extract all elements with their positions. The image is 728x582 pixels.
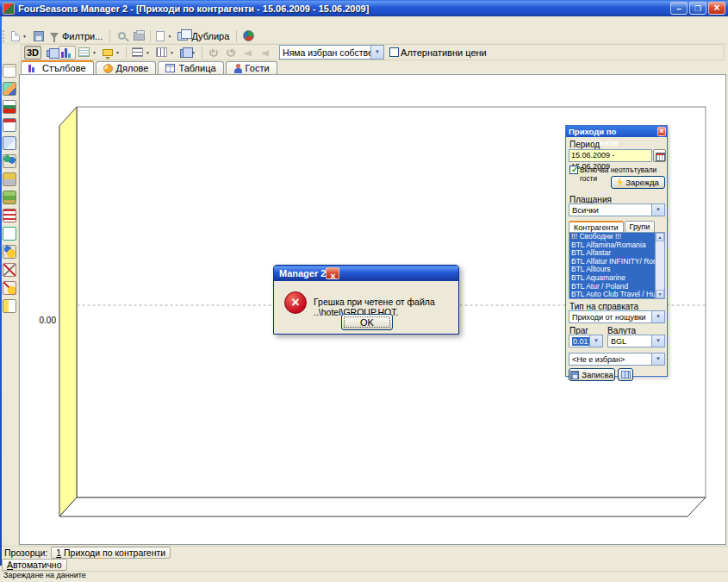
toolbar-separator — [109, 30, 110, 42]
close-button[interactable] — [708, 2, 725, 15]
calendar-button[interactable] — [653, 149, 666, 162]
tab-groups[interactable]: Групи — [625, 221, 656, 232]
printer-icon — [134, 32, 145, 41]
windows-label: Прозорци: — [0, 548, 51, 558]
depth-button[interactable] — [177, 46, 199, 59]
print-preview-button[interactable] — [113, 29, 130, 43]
filters-label: Филтри... — [60, 31, 104, 41]
cash-desk-icon[interactable] — [3, 172, 16, 186]
accounts-icon[interactable] — [3, 209, 16, 222]
payments-combobox[interactable]: Всички — [569, 203, 665, 216]
currency-combobox[interactable]: BGL — [607, 335, 665, 347]
list-scrollbar[interactable] — [655, 233, 664, 298]
payments-value: Всички — [569, 205, 651, 215]
chart-button[interactable] — [240, 29, 257, 43]
chart-floor — [59, 498, 706, 516]
horizontal-gridlines-icon — [132, 47, 143, 57]
layout-button[interactable] — [618, 368, 633, 381]
labels-button[interactable] — [100, 46, 123, 59]
load-button-label: Зарежда — [625, 178, 659, 187]
cut-icon[interactable] — [3, 263, 16, 277]
image-export-icon[interactable] — [3, 82, 16, 96]
tab-dyalove[interactable]: Дялове — [96, 61, 157, 74]
guest-tab-icon — [233, 64, 242, 73]
dialog-title-bar[interactable]: Manager 2 — [274, 266, 458, 281]
chart-left-wall — [59, 107, 77, 516]
new-document-icon — [11, 31, 20, 41]
list-item[interactable]: BTL Auto Club Travel / Hunga — [569, 291, 655, 298]
tab-stalbove[interactable]: Стълбове — [21, 60, 94, 74]
calendar-icon[interactable] — [3, 118, 16, 132]
banknotes-icon[interactable] — [3, 191, 16, 204]
vertical-grid-button[interactable] — [153, 46, 177, 59]
dialog-close-icon[interactable] — [326, 267, 339, 279]
rotate-ccw-icon — [209, 48, 218, 57]
include-guests-checkbox[interactable] — [569, 166, 578, 174]
report-type-combobox[interactable]: Приходи от нощувки — [569, 310, 665, 323]
contragents-listbox[interactable]: !!! Свободни !!! BTL Alfamina/Romania BT… — [569, 232, 665, 299]
currency-value: BGL — [608, 337, 651, 346]
3d-toggle-button[interactable]: 3D — [24, 46, 41, 59]
3d-label: 3D — [27, 47, 39, 58]
tab-label: Стълбове — [42, 63, 86, 73]
dollar-icon[interactable] — [3, 227, 16, 241]
minimize-button[interactable] — [670, 2, 688, 15]
rotate-left-button[interactable] — [205, 46, 222, 59]
save-button[interactable] — [30, 29, 47, 43]
panel-close-icon[interactable] — [657, 127, 666, 136]
cube-icon — [180, 49, 189, 58]
export-page-icon — [156, 31, 165, 41]
chevron-down-icon — [651, 204, 664, 216]
tab-gosti[interactable]: Гости — [226, 61, 277, 74]
chevron-down-icon — [651, 311, 664, 322]
load-button[interactable]: Зарежда — [611, 176, 665, 189]
preset-combobox[interactable]: <Не е избран> — [569, 353, 665, 366]
tab-contragents[interactable]: Контрагенти — [569, 221, 624, 232]
toolbar-separator — [126, 47, 127, 59]
speaker-icon — [245, 50, 252, 57]
save-report-button[interactable]: Записва — [569, 368, 615, 381]
export-button[interactable] — [153, 29, 175, 43]
guests-icon[interactable] — [3, 154, 16, 168]
floor-plan-icon[interactable] — [3, 64, 16, 78]
contragent-tabs: Контрагенти Групи — [569, 221, 656, 232]
speaker-muted-icon — [262, 50, 269, 57]
rotate-right-button[interactable] — [222, 46, 240, 59]
owner-combobox[interactable]: Няма избран собственици — [279, 45, 384, 59]
automatic-button[interactable]: Автоматично — [2, 559, 67, 571]
panel-title-bar[interactable]: Приходи по контрагенти — [566, 126, 667, 137]
guest-report-icon[interactable] — [3, 299, 16, 313]
window-tab-button[interactable]: 1 Приходи по контрагенти — [51, 547, 171, 559]
period-input[interactable]: 15.06.2009 - 15.06.2009 — [569, 149, 652, 162]
print-button[interactable] — [130, 29, 147, 43]
perspective-button[interactable] — [41, 46, 59, 59]
new-report-button[interactable] — [9, 29, 30, 43]
scroll-down-icon[interactable] — [656, 290, 664, 298]
bar-series-button[interactable] — [59, 46, 76, 59]
filters-button[interactable]: Филтри... — [47, 29, 107, 43]
tab-label: Таблица — [178, 63, 215, 73]
view-tabs: Стълбове Дялове Таблица Гости — [21, 60, 279, 74]
rotate-cw-icon — [227, 48, 235, 57]
legend-button[interactable] — [76, 46, 100, 59]
alternative-prices-checkbox[interactable] — [389, 47, 399, 57]
app-icon — [3, 3, 15, 15]
chevron-down-icon — [22, 31, 28, 41]
horizontal-grid-button[interactable] — [129, 46, 153, 59]
ok-button[interactable]: OK — [341, 314, 393, 330]
restore-button[interactable] — [689, 2, 706, 15]
cut-price-icon[interactable] — [3, 281, 16, 295]
alternative-prices-label: Алтернативни цени — [399, 47, 488, 58]
tab-tablica[interactable]: Таблица — [158, 61, 223, 74]
scroll-up-icon[interactable] — [656, 233, 664, 241]
toolbar-gripper[interactable] — [3, 30, 6, 42]
guest-payment-icon[interactable] — [3, 245, 16, 259]
bulgaria-flag-icon[interactable] — [3, 100, 16, 114]
sound-off-button[interactable] — [257, 46, 274, 59]
sound-on-button[interactable] — [240, 46, 257, 59]
grid-icon — [621, 371, 631, 379]
window-title: FourSeasons Manager 2 - [Приходи по конт… — [18, 3, 670, 14]
duplicate-button[interactable]: Дублира — [175, 29, 233, 43]
threshold-combobox[interactable]: 0.01 — [569, 335, 603, 347]
window-copy-icon[interactable] — [3, 136, 16, 150]
